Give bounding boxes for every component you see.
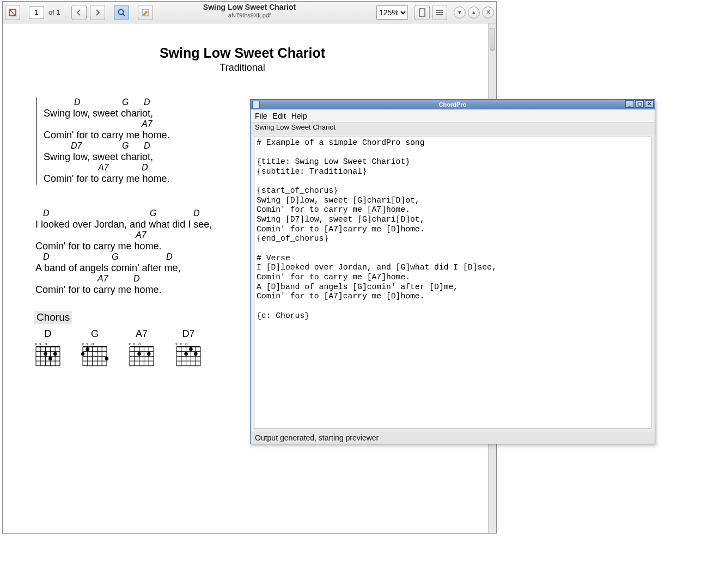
chord-symbol: D: [166, 252, 173, 262]
menu-edit[interactable]: Edit: [273, 112, 286, 120]
search-button[interactable]: [114, 5, 129, 20]
next-page-button[interactable]: [90, 5, 105, 20]
lyric-text: I looked over Jordan, and what did I see…: [35, 219, 212, 230]
editor-window-title: ChordPro: [439, 101, 467, 108]
lyric-text: Comin' for to carry me home.: [44, 173, 170, 185]
svg-text:x: x: [35, 341, 37, 346]
chord-diagram-label: D: [34, 328, 62, 340]
chord-diagram-label: A7: [128, 328, 155, 340]
chord-symbol: G: [122, 97, 129, 107]
chord-symbol: D: [142, 163, 148, 173]
svg-point-58: [147, 352, 151, 356]
zoom-select[interactable]: 50%75%100%125%150%200%: [376, 5, 408, 20]
sheet-subtitle: Traditional: [35, 62, 449, 74]
chord-diagram: Dxxo: [34, 328, 62, 367]
svg-text:x: x: [39, 341, 41, 346]
svg-text:x: x: [129, 341, 131, 346]
chord-diagram-label: D7: [175, 328, 202, 340]
lyric-text: Comin' for to carry me home.: [44, 130, 170, 141]
lyric-text: Swing low, sweet chariot,: [44, 108, 153, 119]
chord-symbol: A7: [136, 230, 147, 240]
editor-statusbar: Output generated, starting previewer: [251, 432, 655, 444]
chordpro-editor-window: ChordPro _ ▢ ✕ File Edit Help Swing Low …: [250, 99, 655, 444]
svg-point-42: [105, 357, 108, 361]
svg-point-23: [44, 352, 47, 356]
close-toolbar-button[interactable]: ✕: [482, 7, 494, 19]
svg-point-57: [137, 352, 141, 356]
editor-tab[interactable]: Swing Low Sweet Chariot: [251, 122, 655, 133]
chorus-label: Chorus: [34, 311, 72, 324]
svg-text:o: o: [92, 341, 94, 346]
editor-textarea[interactable]: [254, 137, 651, 428]
chord-symbol: D: [144, 97, 150, 107]
svg-text:o: o: [185, 341, 188, 346]
svg-point-41: [86, 347, 90, 351]
svg-point-24: [48, 357, 52, 361]
svg-point-73: [184, 352, 188, 356]
lyric-text: Swing low, sweet chariot,: [44, 151, 153, 163]
chord-symbol: D: [74, 97, 81, 107]
fit-page-button[interactable]: [415, 5, 430, 20]
svg-line-3: [123, 14, 125, 16]
chord-diagram: Gxxo: [81, 328, 108, 367]
lyric-text: Comin' for to carry me home.: [35, 241, 162, 252]
lyric-text: A band of angels comin' after me,: [35, 262, 181, 274]
view-mode-button[interactable]: [432, 5, 447, 20]
svg-text:o: o: [138, 341, 141, 346]
sheet-title: Swing Low Sweet Chariot: [35, 45, 449, 61]
lyric-text: Comin' for to carry me home.: [35, 284, 162, 296]
chord-symbol: D: [193, 209, 200, 218]
chord-symbol: A7: [97, 274, 108, 284]
menu-file[interactable]: File: [255, 112, 267, 120]
svg-text:x: x: [133, 341, 135, 346]
chord-symbol: G: [112, 252, 118, 262]
chord-symbol: D: [133, 274, 140, 284]
menu-help[interactable]: Help: [291, 112, 307, 120]
chord-symbol: A7: [142, 119, 153, 129]
chord-symbol: D7: [71, 141, 82, 151]
svg-text:x: x: [175, 341, 178, 346]
close-window-button[interactable]: ✕: [645, 100, 654, 108]
page-count-label: of 1: [47, 8, 63, 16]
scroll-down-button[interactable]: ▾: [454, 7, 466, 19]
scrollbar-thumb[interactable]: [490, 28, 495, 51]
chord-diagram: D7xxo: [175, 328, 202, 367]
svg-text:x: x: [82, 341, 84, 346]
chord-symbol: G: [122, 141, 129, 151]
svg-point-75: [194, 352, 198, 356]
prev-page-button[interactable]: [71, 5, 87, 20]
svg-point-74: [189, 347, 193, 351]
svg-point-40: [81, 352, 84, 356]
svg-text:x: x: [86, 341, 88, 346]
pdf-toolbar: of 1 Swing Low Sweet Chariot aN79Ihs9Xk.…: [3, 2, 496, 23]
chord-symbol: G: [150, 209, 156, 218]
svg-point-25: [53, 352, 57, 356]
page-number-input[interactable]: [29, 6, 44, 19]
svg-text:o: o: [45, 341, 47, 346]
sidebar-toggle-button[interactable]: [5, 5, 20, 20]
svg-rect-5: [419, 9, 425, 16]
maximize-button[interactable]: ▢: [635, 100, 644, 108]
chord-symbol: D: [144, 141, 150, 151]
edit-annotate-button[interactable]: [138, 5, 153, 20]
chord-diagram: A7xxo: [128, 328, 155, 367]
chord-diagram-label: G: [81, 328, 108, 340]
svg-point-2: [118, 9, 123, 14]
editor-titlebar[interactable]: ChordPro _ ▢ ✕: [251, 100, 655, 109]
chord-symbol: D: [43, 252, 50, 262]
system-menu-icon[interactable]: [252, 101, 260, 108]
chord-symbol: A7: [98, 163, 109, 173]
svg-line-1: [9, 9, 16, 16]
minimize-button[interactable]: _: [625, 100, 634, 108]
editor-menubar: File Edit Help: [251, 109, 655, 122]
svg-text:x: x: [180, 341, 182, 346]
scroll-up-button[interactable]: ▴: [468, 7, 480, 19]
editor-body: [251, 133, 655, 432]
chord-symbol: D: [43, 209, 50, 218]
